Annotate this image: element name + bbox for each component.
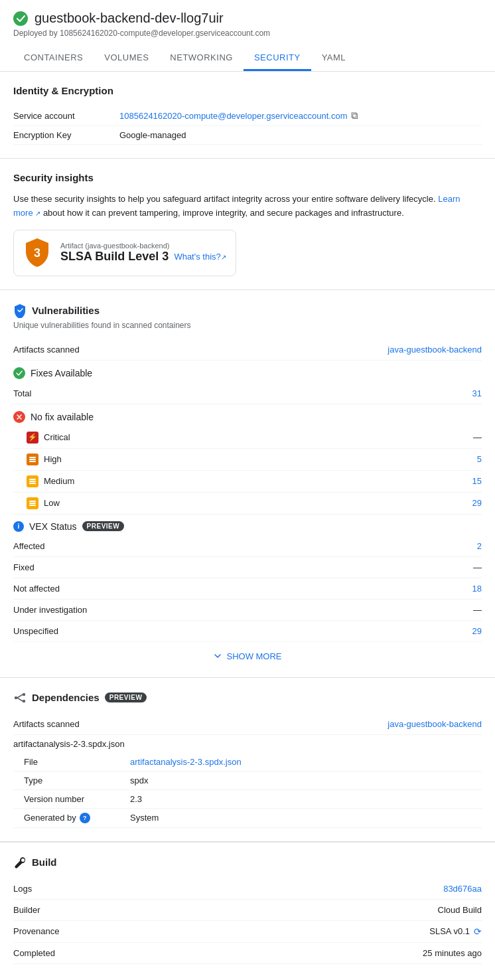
no-fix-header: No fix available [13,404,482,427]
vex-preview-badge: PREVIEW [82,521,125,531]
build-title: Build [32,857,57,868]
critical-row: ⚡ Critical — [13,427,482,449]
security-insights-title: Security insights [13,172,482,183]
svg-line-5 [17,698,23,701]
page-title: guestbook-backend-dev-llog7uir [35,11,224,26]
vex-header: i VEX Status PREVIEW [13,515,482,536]
svg-text:3: 3 [34,246,40,260]
provenance-link-icon[interactable]: ⟳ [474,926,482,937]
dependencies-icon [13,691,27,704]
slsa-level: SLSA Build Level 3 What's this?↗ [60,250,226,264]
unspecified-label: Unspecified [13,626,146,636]
critical-label-group: ⚡ Critical [27,432,146,444]
copy-icon[interactable]: ⧉ [351,110,358,122]
dep-preview-badge: PREVIEW [105,693,147,702]
dep-file-label-col: File [24,757,130,767]
total-value: 31 [472,388,482,398]
low-label-group: Low [27,497,146,509]
vex-info-icon[interactable]: i [13,521,24,532]
artifacts-scanned-value: java-guestbook-backend [388,345,482,355]
under-investigation-value: — [473,605,482,615]
under-investigation-label: Under investigation [13,605,146,615]
generated-by-info-icon[interactable]: ? [80,813,90,823]
low-row: Low 29 [13,493,482,515]
insights-text-part1: Use these security insights to help you … [13,194,436,204]
vulnerabilities-section: Vulnerabilities Unique vulnerabilities f… [0,290,495,678]
medium-label-group: Medium [27,475,146,487]
medium-icon [27,475,38,487]
dep-header: Dependencies PREVIEW [13,691,482,704]
low-link[interactable]: 29 [472,498,482,508]
tab-volumes[interactable]: VOLUMES [94,46,159,71]
artifacts-scanned-label: Artifacts scanned [13,345,146,355]
identity-encryption-title: Identity & Encryption [13,85,482,96]
encryption-key-label: Encryption Key [13,130,119,140]
fixes-available-header: Fixes Available [13,361,482,383]
vuln-title: Vulnerabilities [32,305,100,316]
tabs: CONTAINERS VOLUMES NETWORKING SECURITY Y… [13,46,482,71]
total-link[interactable]: 31 [472,388,482,398]
header-subtitle: Deployed by 1085624162020-compute@develo… [13,29,482,38]
high-link[interactable]: 5 [477,454,482,464]
no-fix-title: No fix available [31,412,94,422]
medium-label: Medium [44,476,74,486]
high-label-group: High [27,453,146,465]
dep-version-row: Version number 2.3 [13,790,482,809]
not-affected-label: Not affected [13,584,146,594]
critical-label: Critical [44,432,70,442]
logs-value: 83d676aa [443,884,482,894]
service-account-link[interactable]: 1085624162020-compute@developer.gservice… [119,111,347,121]
medium-link[interactable]: 15 [472,476,482,486]
high-value: 5 [477,454,482,464]
artifacts-scanned-row: Artifacts scanned java-guestbook-backend [13,339,482,361]
svg-rect-2 [23,693,25,696]
fixes-available-title: Fixes Available [31,368,92,378]
whats-this-link[interactable]: What's this?↗ [174,252,226,262]
total-label: Total [13,388,146,398]
builder-value: Cloud Build [438,905,482,915]
header-title-row: guestbook-backend-dev-llog7uir [13,11,482,26]
service-account-value: 1085624162020-compute@developer.gservice… [119,110,358,122]
unspecified-link[interactable]: 29 [472,626,482,636]
slsa-artifact-label: Artifact (java-guestbook-backend) [60,242,226,250]
dep-file-label: artifactanalysis-2-3.spdx.json [13,735,482,753]
dep-type-value: spdx [130,776,148,785]
header: guestbook-backend-dev-llog7uir Deployed … [0,0,495,72]
high-label: High [44,454,62,464]
low-value: 29 [472,498,482,508]
fixed-value: — [473,562,482,572]
vex-title: VEX Status [29,521,77,532]
completed-value: 25 minutes ago [423,948,482,958]
high-icon [27,453,38,465]
dep-artifacts-link[interactable]: java-guestbook-backend [388,719,482,729]
tab-networking[interactable]: NETWORKING [159,46,244,71]
not-affected-row: Not affected 18 [13,578,482,600]
provenance-label: Provenance [13,926,146,936]
dep-artifacts-value: java-guestbook-backend [388,719,482,729]
logs-row: Logs 83d676aa [13,878,482,900]
build-wrench-icon [13,856,27,869]
logs-link[interactable]: 83d676aa [443,884,482,894]
insights-text-part2: about how it can prevent tampering, impr… [43,208,404,218]
status-icon [13,11,28,26]
affected-row: Affected 2 [13,536,482,557]
tab-yaml[interactable]: YAML [311,46,356,71]
identity-encryption-section: Identity & Encryption Service account 10… [0,72,495,159]
affected-value: 2 [477,541,482,551]
dep-version-label: Version number [24,794,130,804]
dep-file-link[interactable]: artifactanalysis-2-3.spdx.json [130,757,242,767]
show-more-button[interactable]: SHOW MORE [13,642,482,664]
not-affected-value: 18 [472,584,482,594]
service-account-label: Service account [13,111,119,121]
artifacts-scanned-link[interactable]: java-guestbook-backend [388,345,482,355]
affected-link[interactable]: 2 [477,541,482,551]
dep-title: Dependencies [32,692,100,703]
not-affected-link[interactable]: 18 [472,584,482,594]
low-label: Low [44,498,60,508]
vuln-subtitle: Unique vulnerabilities found in scanned … [13,321,482,330]
unspecified-row: Unspecified 29 [13,621,482,642]
tab-containers[interactable]: CONTAINERS [13,46,94,71]
tab-security[interactable]: SECURITY [244,46,311,71]
under-investigation-row: Under investigation — [13,600,482,621]
slsa-container: 3 Artifact (java-guestbook-backend) SLSA… [13,230,236,276]
